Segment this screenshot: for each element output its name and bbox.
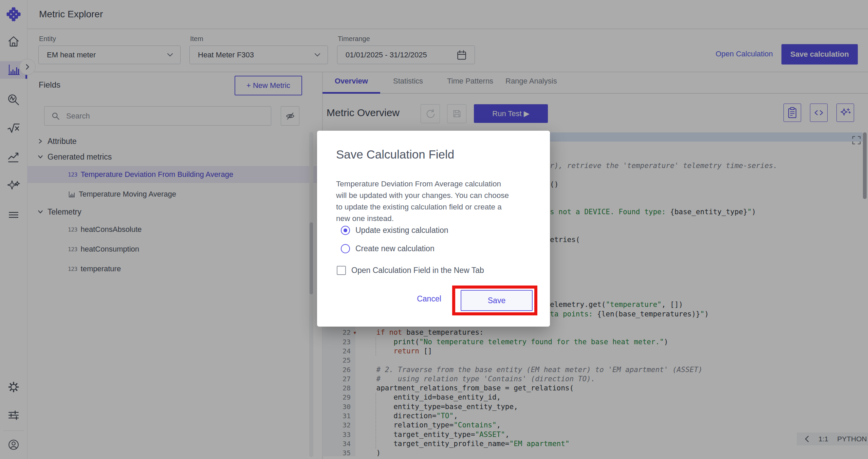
cancel-button[interactable]: Cancel <box>412 294 446 304</box>
checkbox-unchecked-icon <box>337 266 346 275</box>
dialog-body: Temperature Deviation From Average calcu… <box>336 178 509 224</box>
radio-update-existing[interactable]: Update existing calculation <box>341 226 448 235</box>
radio-unselected-icon <box>341 244 350 253</box>
radio-label: Update existing calculation <box>355 226 448 235</box>
annotation-highlight-box <box>452 286 537 315</box>
radio-create-new[interactable]: Create new calculation <box>341 244 435 253</box>
radio-label: Create new calculation <box>355 244 435 253</box>
dialog-title: Save Calculation Field <box>336 148 454 161</box>
radio-selected-icon <box>341 226 350 235</box>
app-root: Metric Explorer Entity EM heat meter Ite… <box>0 0 868 459</box>
open-in-new-tab-checkbox[interactable]: Open Calculation Field in the New Tab <box>337 266 484 275</box>
checkbox-label: Open Calculation Field in the New Tab <box>351 266 484 275</box>
